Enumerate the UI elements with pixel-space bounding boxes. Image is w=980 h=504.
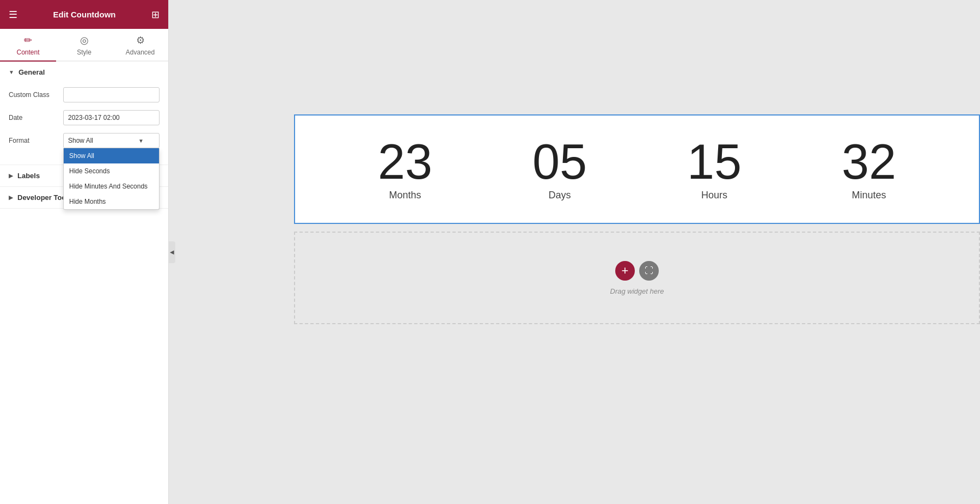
- format-select-wrapper: Show All ▼ Show All Hide Seconds Hide Mi…: [63, 133, 160, 148]
- format-chevron-icon: ▼: [138, 138, 144, 144]
- drag-widget-area: + ⛶ Drag widget here: [294, 232, 980, 324]
- main-content: 23 Months 05 Days 15 Hours 32 Minutes + …: [169, 0, 980, 504]
- countdown-item-months: 23 Months: [378, 137, 432, 201]
- sidebar-header: ☰ Edit Countdown ⊞: [0, 0, 168, 29]
- sidebar-title: Edit Countdown: [53, 10, 116, 19]
- hamburger-icon[interactable]: ☰: [9, 9, 17, 21]
- sidebar-content: ▼ General Custom Class Date Format: [0, 62, 168, 504]
- custom-class-input[interactable]: [63, 87, 160, 102]
- tabs-bar: ✏ Content ◎ Style ⚙ Advanced: [0, 29, 168, 62]
- countdown-minutes-number: 32: [842, 137, 896, 186]
- add-widget-button[interactable]: +: [615, 261, 635, 281]
- format-option-show-all[interactable]: Show All: [64, 148, 159, 163]
- advanced-tab-label: Advanced: [126, 48, 155, 56]
- countdown-months-label: Months: [389, 190, 421, 201]
- section-general-body: Custom Class Date Format Show All ▼: [0, 83, 168, 165]
- section-developer-tools-arrow: ▶: [9, 195, 13, 201]
- tab-style[interactable]: ◎ Style: [56, 29, 112, 62]
- collapse-arrow-icon: ◀: [170, 249, 174, 255]
- format-option-hide-months[interactable]: Hide Months: [64, 194, 159, 209]
- date-row: Date: [9, 110, 160, 125]
- countdown-months-number: 23: [378, 137, 432, 186]
- countdown-item-hours: 15 Hours: [687, 137, 742, 201]
- content-tab-label: Content: [16, 48, 39, 56]
- format-label: Format: [9, 133, 58, 144]
- format-selected-value: Show All: [68, 137, 93, 144]
- format-option-hide-seconds[interactable]: Hide Seconds: [64, 163, 159, 179]
- countdown-widget: 23 Months 05 Days 15 Hours 32 Minutes: [294, 114, 980, 224]
- section-general-arrow: ▼: [9, 69, 14, 75]
- grid-icon[interactable]: ⊞: [151, 9, 160, 21]
- date-label: Date: [9, 114, 58, 122]
- style-tab-label: Style: [77, 48, 91, 56]
- sidebar: ☰ Edit Countdown ⊞ ✏ Content ◎ Style ⚙ A…: [0, 0, 169, 504]
- section-labels-arrow: ▶: [9, 173, 13, 179]
- tab-advanced[interactable]: ⚙ Advanced: [112, 29, 168, 62]
- countdown-days-number: 05: [532, 137, 587, 186]
- countdown-item-days: 05 Days: [532, 137, 587, 201]
- content-tab-icon: ✏: [24, 34, 32, 46]
- format-option-hide-minutes-seconds[interactable]: Hide Minutes And Seconds: [64, 179, 159, 194]
- custom-class-row: Custom Class: [9, 87, 160, 102]
- tab-content[interactable]: ✏ Content: [0, 29, 56, 62]
- sidebar-collapse-handle[interactable]: ◀: [168, 241, 175, 263]
- section-labels-label: Labels: [17, 172, 40, 180]
- custom-class-label: Custom Class: [9, 91, 58, 99]
- countdown-minutes-label: Minutes: [852, 190, 886, 201]
- format-select[interactable]: Show All ▼: [63, 133, 160, 148]
- format-dropdown-menu: Show All Hide Seconds Hide Minutes And S…: [63, 148, 160, 210]
- section-general-label: General: [19, 68, 45, 76]
- drag-widget-text: Drag widget here: [610, 287, 664, 295]
- countdown-days-label: Days: [548, 190, 571, 201]
- section-general: ▼ General Custom Class Date Format: [0, 62, 168, 165]
- drag-widget-buttons: + ⛶: [615, 261, 659, 281]
- countdown-hours-number: 15: [687, 137, 742, 186]
- section-general-header[interactable]: ▼ General: [0, 62, 168, 83]
- date-input[interactable]: [63, 110, 160, 125]
- advanced-tab-icon: ⚙: [136, 34, 145, 46]
- format-row: Format Show All ▼ Show All Hide Seconds …: [9, 133, 160, 148]
- countdown-hours-label: Hours: [701, 190, 727, 201]
- countdown-item-minutes: 32 Minutes: [842, 137, 896, 201]
- move-widget-button[interactable]: ⛶: [639, 261, 659, 281]
- style-tab-icon: ◎: [80, 34, 89, 46]
